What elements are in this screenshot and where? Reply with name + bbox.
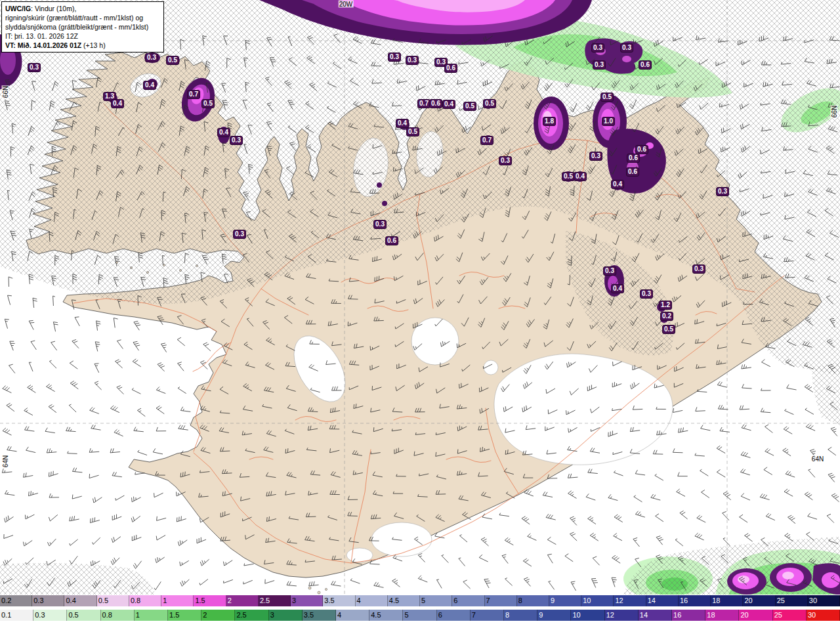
colorbar-segment: 0.4 [64,595,96,606]
colorbar-tick-label: 7 [486,597,490,604]
colorbar-segment: 10 [571,610,604,621]
colorbar-tick-label: 14 [640,611,648,619]
colorbar-segment: 12 [605,610,639,621]
colorbar-tick-label: 10 [572,611,580,619]
colorbar-tick-label: 2.5 [236,611,246,619]
colorbar-tick-label: 1.5 [169,611,179,619]
colorbar-segment: 14 [646,595,679,606]
weather-map-page: 0.30.30.50.40.70.51.30.40.40.30.30.30.30… [0,0,840,630]
valid-time: VT: Mið. 14.01.2026 01Z (+13 h) [5,41,160,50]
colorbar-segment: 0.1 [0,610,33,621]
colorbar-rain: 0.10.30.50.811.522.533.544.5567891012141… [0,610,840,621]
colorbar-segment: 8 [504,610,537,621]
colorbar-tick-label: 3 [292,597,296,604]
colorbar-tick-label: 10 [583,597,591,604]
colorbar-tick-label: 8 [505,611,509,619]
colorbar-tick-label: 4.5 [389,597,399,604]
colorbar-tick-label: 14 [648,597,656,604]
colorbar-tick-label: 18 [712,597,720,604]
colorbar-segment: 30 [807,610,840,621]
colorbar-tick-label: 4 [357,597,361,604]
colorbar-segment: 20 [743,595,775,606]
colorbar-segment: 2.5 [235,610,268,621]
colorbar-segment: 14 [639,610,672,621]
colorbar-segment: 2 [201,610,235,621]
colorbar-tick-label: 30 [808,611,816,619]
colorbar-segment: 9 [549,595,581,606]
colorbar-segment: 12 [614,595,646,606]
colorbar-segment: 18 [711,595,743,606]
colorbar-tick-label: 0.8 [131,597,140,604]
init-time: IT: þri. 13. 01. 2026 12Z [5,32,160,41]
colorbar-tick-label: 0.3 [33,597,43,604]
colorbar-tick-label: 5 [404,611,408,619]
colorbar-tick-label: 4 [337,611,341,619]
title-line-1: UWC/IG: Vindur (10m), [5,4,160,13]
colorbar-tick-label: 18 [707,611,715,619]
colorbar-segment: 3.5 [303,610,336,621]
colorbar-segment: 7 [485,595,517,606]
colorbar-segment: 0.8 [129,595,161,606]
colorbar-segment: 1.5 [194,595,226,606]
colorbar-segment: 0.2 [0,595,32,606]
colorbar-tick-label: 20 [740,611,748,619]
colorbar-tick-label: 7 [472,611,476,619]
colorbar-segment: 2.5 [259,595,291,606]
colorbar-segment: 0.5 [67,610,100,621]
colorbar-tick-label: 0.8 [102,611,112,619]
colorbar-tick-label: 3.5 [324,597,334,604]
colorbar-sleet-snow: 0.20.30.40.50.811.522.533.544.5567891012… [0,595,840,606]
colorbar-segment: 0.8 [101,610,135,621]
colorbar-segment: 0.3 [33,610,67,621]
colorbar-segment: 8 [517,595,549,606]
colorbar-tick-label: 5 [421,597,425,604]
colorbar-segment: 1.5 [168,610,201,621]
colorbar-segment: 5 [420,595,452,606]
app-name: UWC/IG [5,5,31,12]
colorbar-segment: 0.3 [32,595,64,606]
colorbar-segment: 4.5 [388,595,420,606]
colorbar-segment: 5 [403,610,436,621]
colorbar-tick-label: 3 [270,611,274,619]
colorbar-segment: 1 [135,610,168,621]
colorbar-segment: 3.5 [323,595,355,606]
colorbar-segment: 3 [291,595,323,606]
colorbar-segment: 18 [705,610,739,621]
colorbar-segment: 25 [773,610,807,621]
colorbar-tick-label: 0.5 [68,611,78,619]
colorbar-tick-label: 6 [453,597,457,604]
colorbar-tick-label: 4.5 [371,611,381,619]
colorbar-segment: 20 [739,610,772,621]
colorbar-tick-label: 16 [673,611,681,619]
colorbar-segment: 30 [808,595,840,606]
colorbar-tick-label: 16 [680,597,688,604]
colorbar-tick-label: 0.1 [1,611,11,619]
colorbar-tick-label: 0.5 [98,597,108,604]
colorbar-segment: 1 [161,595,194,606]
colorbar-tick-label: 25 [777,597,785,604]
colorbar-segment: 4 [356,595,388,606]
glacier-myrdalsjokull [371,522,432,556]
colorbar-segment: 9 [537,610,571,621]
colorbar-tick-label: 8 [518,597,522,604]
colorbar-tick-label: 30 [809,597,817,604]
colorbar-segment: 3 [269,610,303,621]
colorbar-tick-label: 9 [539,611,543,619]
colorbar-tick-label: 1 [136,611,140,619]
colorbar-tick-label: 1 [163,597,167,604]
legend-title-box: UWC/IG: Vindur (10m), rigning/skúrir (gr… [1,1,164,52]
colorbar-tick-label: 12 [615,597,623,604]
colorbar-tick-label: 0.3 [35,611,45,619]
colorbar-tick-label: 20 [744,597,752,604]
colorbar-segment: 10 [581,595,614,606]
title-line-3: slydda/snjókoma (grátt/bleikt/grænt - mm… [5,22,160,32]
colorbar-tick-label: 0.2 [1,597,11,604]
colorbar-segment: 6 [452,595,484,606]
colorbar-tick-label: 0.4 [66,597,75,604]
colorbar-tick-label: 2 [228,597,232,604]
colorbar-tick-label: 3.5 [304,611,314,619]
iceland-weather-map [0,0,840,595]
title-line-2: rigning/skúrir (grænt/blátt/rautt - mm/1… [5,13,160,22]
colorbar-tick-label: 2.5 [260,597,270,604]
colorbar-segment: 6 [437,610,471,621]
